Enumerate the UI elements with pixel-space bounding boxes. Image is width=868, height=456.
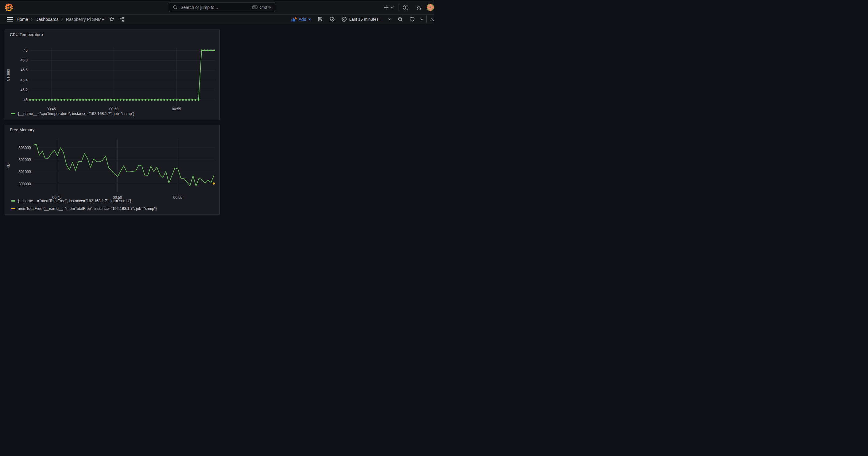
svg-text:301000: 301000 (19, 170, 31, 174)
svg-text:303000: 303000 (19, 146, 31, 150)
legend-label: {__name__="memTotalFree", instance="192.… (18, 199, 131, 203)
dashboard-toolbar-right: Add (291, 15, 434, 24)
keyboard-icon (252, 5, 257, 9)
search-shortcut: cmd+k (252, 5, 271, 9)
legend-label: memTotalFree {__name__="memTotalFree", i… (18, 206, 157, 211)
favorite-button[interactable] (109, 17, 115, 22)
topbar-divider (398, 4, 398, 11)
share-button[interactable] (119, 17, 124, 22)
breadcrumb-current-dashboard: Raspberry Pi SNMP (66, 17, 104, 22)
add-panel-label: Add (299, 17, 306, 22)
chevron-right-icon (31, 18, 33, 21)
time-range-label: Last 15 minutes (349, 17, 378, 22)
legend-label: {__name__="cpuTemperature", instance="19… (18, 112, 134, 116)
grafana-logo-icon (5, 3, 13, 12)
svg-text:45.4: 45.4 (21, 78, 28, 82)
svg-text:302000: 302000 (19, 158, 31, 162)
breadcrumb-home[interactable]: Home (17, 17, 28, 22)
share-icon (119, 17, 124, 22)
breadcrumb: Home Dashboards Raspberry Pi SNMP (17, 17, 104, 22)
search-placeholder: Search or jump to... (181, 5, 252, 10)
star-icon (109, 17, 115, 22)
svg-text:00:50: 00:50 (109, 107, 119, 111)
grafana-logo[interactable] (5, 3, 13, 12)
hamburger-icon (7, 17, 13, 22)
topbar-right-actions: ? (384, 0, 434, 15)
gear-icon (330, 17, 335, 22)
add-panel-button[interactable]: Add (291, 17, 311, 22)
graph-plus-icon (291, 17, 297, 22)
breadcrumb-dashboards[interactable]: Dashboards (35, 17, 59, 22)
legend-swatch (11, 208, 16, 209)
svg-text:?: ? (405, 5, 406, 9)
panel-free-memory: Free Memory 00:4500:5000:553030003020003… (5, 125, 220, 215)
new-button[interactable] (384, 5, 394, 10)
plus-icon (384, 5, 389, 10)
mega-menu-toggle[interactable] (7, 17, 13, 22)
top-navigation-bar: Search or jump to... cmd+k (0, 0, 434, 15)
save-icon (318, 17, 323, 22)
svg-text:46: 46 (24, 48, 28, 53)
svg-text:00:55: 00:55 (173, 195, 182, 200)
svg-text:45: 45 (24, 98, 28, 102)
chevron-right-icon (61, 18, 63, 21)
search-input[interactable]: Search or jump to... cmd+k (169, 2, 275, 12)
dashboard-canvas: CPU Temperature 00:4500:5000:554645.845.… (0, 24, 434, 228)
refresh-interval-dropdown[interactable] (421, 19, 423, 20)
search-icon (173, 5, 178, 10)
svg-text:45.8: 45.8 (21, 58, 28, 62)
chevron-down-icon (391, 6, 394, 9)
legend-swatch (11, 200, 16, 202)
dashboard-toolbar: Home Dashboards Raspberry Pi SNMP (0, 15, 434, 24)
question-circle-icon: ? (403, 5, 408, 10)
clipped-edge-icon (430, 17, 434, 22)
svg-text:45.2: 45.2 (21, 88, 28, 92)
time-range-picker[interactable]: Last 15 minutes (342, 17, 391, 22)
svg-text:300000: 300000 (19, 182, 31, 186)
legend-item[interactable]: memTotalFree {__name__="memTotalFree", i… (11, 206, 157, 211)
refresh-icon (410, 17, 415, 22)
dashboard-quick-actions (109, 17, 124, 22)
help-button[interactable]: ? (403, 5, 408, 10)
svg-text:Celsius: Celsius (6, 69, 10, 81)
clock-icon (342, 17, 347, 22)
rss-icon (416, 5, 422, 10)
legend-item[interactable]: {__name__="memTotalFree", instance="192.… (11, 199, 131, 203)
avatar-image (427, 4, 434, 11)
chevron-down-icon (421, 19, 423, 20)
user-avatar[interactable] (427, 4, 434, 11)
panel-cpu-temperature: CPU Temperature 00:4500:5000:554645.845.… (5, 29, 220, 120)
zoom-out-icon (398, 17, 403, 22)
svg-text:00:45: 00:45 (46, 107, 56, 111)
svg-text:KB: KB (6, 164, 10, 168)
refresh-button[interactable] (410, 17, 415, 22)
legend-item[interactable]: {__name__="cpuTemperature", instance="19… (11, 112, 134, 116)
cpu-temperature-chart[interactable]: 00:4500:5000:554645.845.645.445.245Celsi… (5, 30, 220, 120)
search-shortcut-label: cmd+k (259, 5, 271, 9)
news-button[interactable] (416, 5, 422, 10)
dashboard-settings-button[interactable] (330, 17, 335, 22)
svg-text:45.6: 45.6 (21, 68, 28, 72)
toolbar-divider (426, 16, 427, 23)
save-dashboard-button[interactable] (318, 17, 323, 22)
chevron-down-icon (388, 19, 391, 20)
svg-text:00:55: 00:55 (172, 107, 181, 111)
zoom-out-time-button[interactable] (398, 17, 403, 22)
chevron-down-icon (308, 19, 311, 20)
legend-swatch (11, 113, 16, 114)
